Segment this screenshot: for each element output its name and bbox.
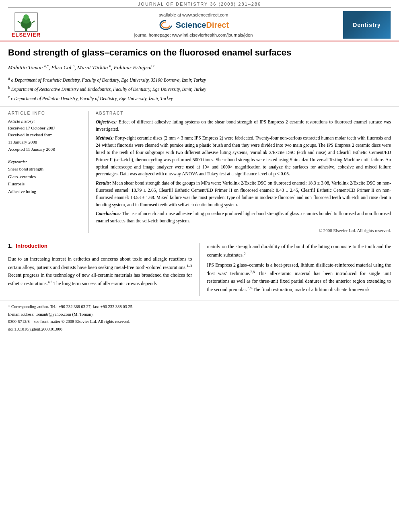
affiliation-b: b Department of Restorative Dentistry an… xyxy=(8,84,391,93)
keyword-1: Shear bond strength xyxy=(8,165,83,173)
header-center: available at www.sciencedirect.com Scien… xyxy=(44,12,343,37)
methods-label: Methods: xyxy=(96,136,114,140)
doi: doi:10.1016/j.jdent.2008.01.006 xyxy=(8,326,391,333)
intro-right-para-1: mainly on the strength and durability of… xyxy=(207,243,391,259)
sciencedirect-logo: ScienceDirect xyxy=(158,19,229,31)
abstract-objectives: Objectives: Effect of different adhesive… xyxy=(96,119,391,133)
section-heading-wrapper: 1. Introduction xyxy=(8,243,192,252)
intro-left-col: 1. Introduction Due to an increasing int… xyxy=(8,243,200,296)
abstract-text: Objectives: Effect of different adhesive… xyxy=(96,119,391,225)
author-ertugrul: Fahinur Ertuğrul c xyxy=(114,64,155,70)
conclusions-text: The use of an etch-and-rinse adhesive lu… xyxy=(96,211,391,223)
authors: Muhittin Toman a,*, Ebru Cal a, Murat Tü… xyxy=(8,63,391,72)
page-wrapper: JOURNAL OF DENTISTRY 36 (2008) 281–286 xyxy=(0,0,399,336)
article-info-abstract: ARTICLE INFO Article history: Received 1… xyxy=(0,107,399,237)
intro-right-col: mainly on the strength and durability of… xyxy=(207,243,391,296)
conclusions-label: Conclusions: xyxy=(96,211,121,216)
article-title: Bond strength of glass–ceramics on the f… xyxy=(8,47,391,58)
intro-title: Introduction xyxy=(16,243,47,249)
keywords-label: Keywords: xyxy=(8,159,83,164)
elsevier-text: ELSEVIER xyxy=(12,32,41,38)
affiliation-c: c c Department of Pediatric Dentistry, F… xyxy=(8,94,391,103)
journal-cover-image: Dentistry xyxy=(343,11,391,39)
keywords-block: Keywords: Shear bond strength Glass–cera… xyxy=(8,159,83,195)
author-cal: Ebru Cal a xyxy=(51,64,75,70)
header-available-text: available at www.sciencedirect.com xyxy=(158,12,228,17)
keyword-3: Fluorosis xyxy=(8,180,83,188)
journal-cover-title: Dentistry xyxy=(353,22,381,28)
header-left: ELSEVIER xyxy=(8,11,44,39)
intro-left-text: Due to an increasing interest in estheti… xyxy=(8,255,192,288)
copyright-line: © 2008 Elsevier Ltd. All rights reserved… xyxy=(96,228,391,233)
methods-text: Forty-eight ceramic discs (2 mm × 3 mm; … xyxy=(96,136,391,176)
revised-label: Received in revised form xyxy=(8,131,83,139)
svg-line-6 xyxy=(31,21,35,23)
body-section: 1. Introduction Due to an increasing int… xyxy=(0,237,399,300)
page-header: ELSEVIER available at www.sciencedirect.… xyxy=(0,8,399,41)
results-text: Mean shear bond strength data of the gro… xyxy=(96,181,391,207)
license-text: 0300-5712/$ – see front matter © 2008 El… xyxy=(8,318,391,325)
corresponding-author: * Corresponding author. Tel.: +90 232 38… xyxy=(8,304,391,310)
elsevier-logo: ELSEVIER xyxy=(8,11,44,39)
accepted-date: Accepted 11 January 2008 xyxy=(8,146,83,153)
svg-line-5 xyxy=(18,21,21,23)
objectives-text: Effect of different adhesive luting syst… xyxy=(96,119,391,131)
svg-point-3 xyxy=(23,14,29,19)
results-label: Results: xyxy=(96,181,111,185)
journal-name-bar: JOURNAL OF DENTISTRY 36 (2008) 281–286 xyxy=(8,0,391,8)
affiliations: a a Department of Prosthetic Dentistry, … xyxy=(8,75,391,103)
abstract-label: ABSTRACT xyxy=(96,111,391,115)
email-address: E-mail address: tomantr@yahoo.com (M. To… xyxy=(8,311,391,318)
received-date: Received 17 October 2007 xyxy=(8,125,83,132)
footer-section: * Corresponding author. Tel.: +90 232 38… xyxy=(0,300,399,336)
journal-name: JOURNAL OF DENTISTRY 36 (2008) 281–286 xyxy=(138,2,261,6)
title-section: Bond strength of glass–ceramics on the f… xyxy=(0,41,399,107)
intro-right-para-2: IPS Empress 2 glass–ceramic is a heat-pr… xyxy=(207,261,391,294)
header-journal-url: journal homepage: www.intl.elsevierhealt… xyxy=(134,33,253,37)
sciencedirect-text: ScienceDirect xyxy=(176,21,229,30)
keyword-4: Adhesive luting xyxy=(8,188,83,195)
elsevier-tree-icon xyxy=(14,12,38,32)
history-label: Article history: xyxy=(8,119,83,123)
abstract-results: Results: Mean shear bond strength data o… xyxy=(96,180,391,208)
author-toman: Muhittin Toman a,* xyxy=(8,64,49,70)
revised-date: 11 January 2008 xyxy=(8,139,83,146)
article-history-block: Article history: Received 17 October 200… xyxy=(8,119,83,153)
journal-cover: Dentistry xyxy=(343,11,391,39)
intro-right-text: mainly on the strength and durability of… xyxy=(207,243,391,294)
affiliation-a: a a Department of Prosthetic Dentistry, … xyxy=(8,75,391,84)
intro-left-paragraph: Due to an increasing interest in estheti… xyxy=(8,255,192,288)
author-turkun: Murat Türkün b xyxy=(77,64,111,70)
article-info-label: ARTICLE INFO xyxy=(8,111,83,115)
abstract-methods: Methods: Forty-eight ceramic discs (2 mm… xyxy=(96,135,391,178)
keyword-2: Glass–ceramics xyxy=(8,173,83,181)
intro-number: 1. xyxy=(8,243,12,249)
objectives-label: Objectives: xyxy=(96,119,117,124)
article-info-column: ARTICLE INFO Article history: Received 1… xyxy=(8,111,88,233)
abstract-column: ABSTRACT Objectives: Effect of different… xyxy=(96,111,391,233)
sciencedirect-icon xyxy=(158,19,174,31)
abstract-conclusions: Conclusions: The use of an etch-and-rins… xyxy=(96,210,391,225)
